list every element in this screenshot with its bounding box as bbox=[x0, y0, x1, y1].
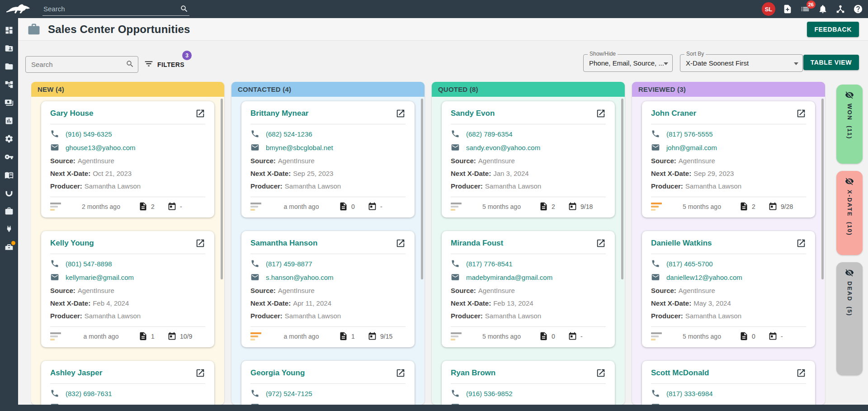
summary-icon bbox=[250, 332, 264, 340]
opportunity-name[interactable]: Georgia Young bbox=[250, 368, 305, 378]
opportunity-name[interactable]: Miranda Foust bbox=[451, 239, 503, 248]
opportunity-name[interactable]: Ashley Jasper bbox=[50, 368, 102, 378]
show-hide-select[interactable]: Show/Hide Phone, Email, Source, ... bbox=[583, 54, 673, 72]
sidebar-item-contacts[interactable] bbox=[0, 39, 18, 57]
global-search bbox=[42, 2, 189, 16]
top-navbar: SL 26 bbox=[0, 0, 868, 18]
email-link[interactable]: sandy.evon@yahoo.com bbox=[466, 144, 540, 151]
opportunity-card[interactable]: Sandy Evon (682) 789-6354sandy.evon@yaho… bbox=[442, 101, 615, 217]
note-add-button[interactable] bbox=[782, 4, 793, 14]
phone-link[interactable]: (817) 465-5700 bbox=[666, 260, 713, 268]
opportunity-name[interactable]: Samantha Hanson bbox=[250, 239, 317, 248]
opportunity-name[interactable]: Danielle Watkins bbox=[651, 239, 712, 248]
opportunity-card[interactable]: Gary House (916) 549-6325ghouse13@yahoo.… bbox=[41, 101, 214, 217]
summary-icon bbox=[50, 203, 64, 211]
opportunity-card[interactable]: Brittany Mynear (682) 524-1236bmyne@sbcg… bbox=[241, 101, 415, 217]
divider bbox=[451, 383, 606, 384]
column-scrollbar[interactable] bbox=[221, 99, 223, 279]
tab-won[interactable]: WON (11) bbox=[836, 85, 863, 164]
opportunity-name[interactable]: Brittany Mynear bbox=[250, 109, 308, 118]
app-logo[interactable] bbox=[0, 3, 41, 15]
hierarchy-button[interactable] bbox=[835, 4, 846, 14]
help-button[interactable] bbox=[853, 4, 863, 14]
opportunity-card[interactable]: Samantha Hanson (817) 459-8877s.hanson@y… bbox=[241, 231, 415, 347]
sort-by-select[interactable]: Sort By X-Date Soonest First bbox=[680, 54, 803, 72]
sidebar-item-reports[interactable] bbox=[0, 112, 18, 130]
open-opportunity-button[interactable] bbox=[596, 109, 606, 118]
sidebar-item-dashboard[interactable] bbox=[0, 21, 18, 39]
open-opportunity-button[interactable] bbox=[396, 368, 406, 378]
open-opportunity-button[interactable] bbox=[195, 368, 205, 378]
horizontal-scrollbar[interactable] bbox=[18, 405, 868, 411]
column-header-quoted: QUOTED (8) bbox=[432, 82, 625, 97]
open-opportunity-button[interactable] bbox=[796, 238, 806, 248]
feedback-button[interactable]: FEEDBACK bbox=[807, 22, 859, 37]
opportunity-name[interactable]: Ryan Brown bbox=[451, 368, 495, 378]
open-opportunity-button[interactable] bbox=[195, 238, 205, 248]
opportunity-name[interactable]: Kelly Young bbox=[50, 239, 94, 248]
opportunity-name[interactable]: Scott McDonald bbox=[651, 368, 709, 378]
open-opportunity-button[interactable] bbox=[195, 109, 205, 118]
filters-button[interactable]: FILTERS 3 bbox=[144, 59, 184, 71]
sidebar-item-payments[interactable] bbox=[0, 94, 18, 112]
phone-link[interactable]: (817) 776-8541 bbox=[466, 260, 513, 268]
open-opportunity-button[interactable] bbox=[596, 368, 606, 378]
opportunity-card[interactable]: Scott McDonald (817) 333-6984mcdonaldrac… bbox=[642, 361, 815, 405]
open-opportunity-button[interactable] bbox=[596, 238, 606, 248]
phone-link[interactable]: (801) 547-8898 bbox=[66, 260, 112, 268]
open-opportunity-button[interactable] bbox=[396, 109, 406, 118]
phone-link[interactable]: (972) 524-7125 bbox=[266, 390, 312, 397]
task-list-button[interactable]: 26 bbox=[800, 4, 811, 14]
table-view-button[interactable]: TABLE VIEW bbox=[803, 55, 859, 70]
phone-link[interactable]: (817) 333-6984 bbox=[666, 390, 713, 397]
opportunity-card[interactable]: Ashley Jasper (832) 698-7631ajbarber@gma… bbox=[41, 361, 214, 405]
phone-link[interactable]: (682) 789-6354 bbox=[466, 130, 513, 138]
opportunity-card[interactable]: Ryan Brown (916) 536-9852ryan14@gmail.co… bbox=[442, 361, 615, 405]
email-link[interactable]: ghouse13@yahoo.com bbox=[66, 144, 136, 151]
column-scrollbar[interactable] bbox=[621, 99, 623, 279]
column-scrollbar[interactable] bbox=[421, 99, 423, 279]
sidebar-item-toolbox[interactable] bbox=[0, 238, 18, 256]
phone-link[interactable]: (817) 576-5555 bbox=[666, 130, 713, 138]
sidebar-item-ledger[interactable] bbox=[0, 166, 18, 184]
user-avatar[interactable]: SL bbox=[762, 2, 775, 16]
email-link[interactable]: madebymiranda@gmail.com bbox=[466, 274, 552, 281]
opportunity-card[interactable]: Kelly Young (801) 547-8898kellymarie@gma… bbox=[41, 231, 214, 347]
open-opportunity-button[interactable] bbox=[796, 109, 806, 118]
sidebar-item-settings[interactable] bbox=[0, 130, 18, 148]
email-link[interactable]: kellymarie@gmail.com bbox=[66, 274, 134, 281]
sidebar-item-org-chart[interactable] bbox=[0, 76, 18, 94]
board-search-input[interactable] bbox=[26, 57, 138, 72]
email-link[interactable]: bmyne@sbcglobal.net bbox=[266, 144, 333, 151]
phone-link[interactable]: (682) 524-1236 bbox=[266, 130, 312, 138]
sidebar-item-marketing[interactable] bbox=[0, 184, 18, 202]
email-link[interactable]: s.hanson@yahoo.com bbox=[266, 274, 333, 281]
tab-x-date[interactable]: X-DATE (10) bbox=[836, 171, 863, 255]
sidebar-item-sales-center[interactable] bbox=[0, 202, 18, 220]
column-scrollbar[interactable] bbox=[821, 99, 824, 279]
global-search-input[interactable] bbox=[42, 2, 189, 15]
sidebar-item-access-keys[interactable] bbox=[0, 148, 18, 166]
opportunity-card[interactable]: Danielle Watkins (817) 465-5700daniellew… bbox=[642, 231, 815, 347]
next-x-date-row: Next X-Date:May 3, 2024 bbox=[651, 297, 806, 309]
opportunity-name[interactable]: Sandy Evon bbox=[451, 109, 495, 118]
email-link[interactable]: john@gmail.com bbox=[666, 144, 717, 151]
sidebar-item-integrations[interactable] bbox=[0, 220, 18, 238]
phone-link[interactable]: (916) 536-9852 bbox=[466, 390, 513, 397]
opportunity-card[interactable]: Miranda Foust (817) 776-8541madebymirand… bbox=[442, 231, 615, 347]
opportunity-card[interactable]: Georgia Young (972) 524-7125georgia.youn… bbox=[241, 361, 415, 405]
phone-link[interactable]: (832) 698-7631 bbox=[66, 390, 112, 397]
divider bbox=[250, 254, 406, 254]
email-link[interactable]: daniellew12@yahoo.com bbox=[666, 274, 742, 281]
opportunity-card[interactable]: John Craner (817) 576-5555john@gmail.com… bbox=[642, 101, 815, 217]
sidebar-item-files[interactable] bbox=[0, 57, 18, 76]
tab-dead[interactable]: DEAD (5) bbox=[836, 262, 863, 375]
open-opportunity-button[interactable] bbox=[396, 238, 406, 248]
phone-link[interactable]: (817) 459-8877 bbox=[266, 260, 312, 268]
phone-link[interactable]: (916) 549-6325 bbox=[66, 130, 112, 138]
notifications-button[interactable] bbox=[817, 4, 828, 14]
email-icon bbox=[250, 273, 259, 282]
opportunity-name[interactable]: John Craner bbox=[651, 109, 696, 118]
opportunity-name[interactable]: Gary House bbox=[50, 109, 93, 118]
open-opportunity-button[interactable] bbox=[796, 368, 806, 378]
